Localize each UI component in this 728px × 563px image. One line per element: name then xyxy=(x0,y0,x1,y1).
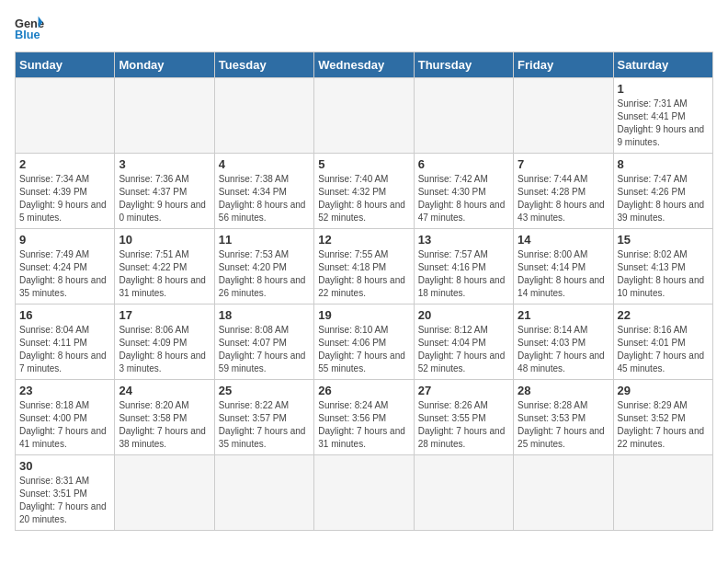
calendar-week-row: 9Sunrise: 7:49 AM Sunset: 4:24 PM Daylig… xyxy=(16,229,713,304)
header: General Blue xyxy=(15,15,713,40)
calendar-week-row: 2Sunrise: 7:34 AM Sunset: 4:39 PM Daylig… xyxy=(16,154,713,229)
day-number: 19 xyxy=(318,308,409,322)
day-number: 29 xyxy=(618,384,709,397)
calendar-day-cell: 9Sunrise: 7:49 AM Sunset: 4:24 PM Daylig… xyxy=(16,229,115,304)
day-of-week-header: Wednesday xyxy=(314,52,414,78)
day-info: Sunrise: 8:16 AM Sunset: 4:01 PM Dayligh… xyxy=(618,324,709,375)
calendar-day-cell xyxy=(514,78,613,154)
calendar-day-cell xyxy=(314,78,414,154)
day-number: 23 xyxy=(19,384,110,397)
calendar-header-row: SundayMondayTuesdayWednesdayThursdayFrid… xyxy=(16,52,713,78)
day-info: Sunrise: 7:34 AM Sunset: 4:39 PM Dayligh… xyxy=(19,173,110,224)
calendar-day-cell xyxy=(613,455,712,531)
day-number: 7 xyxy=(518,157,609,171)
day-number: 10 xyxy=(119,233,210,247)
day-info: Sunrise: 7:36 AM Sunset: 4:37 PM Dayligh… xyxy=(119,173,210,224)
day-of-week-header: Monday xyxy=(115,52,214,78)
day-number: 13 xyxy=(418,233,509,247)
day-number: 4 xyxy=(219,157,310,171)
day-number: 28 xyxy=(518,384,609,397)
calendar-day-cell: 1Sunrise: 7:31 AM Sunset: 4:41 PM Daylig… xyxy=(613,78,712,154)
calendar-day-cell: 19Sunrise: 8:10 AM Sunset: 4:06 PM Dayli… xyxy=(314,304,414,380)
calendar-week-row: 1Sunrise: 7:31 AM Sunset: 4:41 PM Daylig… xyxy=(16,78,713,154)
day-number: 9 xyxy=(19,233,110,247)
day-info: Sunrise: 7:38 AM Sunset: 4:34 PM Dayligh… xyxy=(219,173,310,224)
calendar-day-cell: 6Sunrise: 7:42 AM Sunset: 4:30 PM Daylig… xyxy=(414,154,513,229)
calendar-day-cell: 7Sunrise: 7:44 AM Sunset: 4:28 PM Daylig… xyxy=(514,154,613,229)
day-of-week-header: Sunday xyxy=(16,52,115,78)
calendar-day-cell: 3Sunrise: 7:36 AM Sunset: 4:37 PM Daylig… xyxy=(115,154,214,229)
calendar-day-cell xyxy=(514,455,613,531)
day-info: Sunrise: 7:51 AM Sunset: 4:22 PM Dayligh… xyxy=(119,248,210,300)
day-info: Sunrise: 7:55 AM Sunset: 4:18 PM Dayligh… xyxy=(318,248,409,300)
day-number: 24 xyxy=(119,384,210,397)
day-number: 26 xyxy=(318,384,409,397)
day-number: 6 xyxy=(418,157,509,171)
calendar-day-cell xyxy=(414,78,513,154)
day-info: Sunrise: 8:10 AM Sunset: 4:06 PM Dayligh… xyxy=(318,324,409,375)
calendar-week-row: 16Sunrise: 8:04 AM Sunset: 4:11 PM Dayli… xyxy=(16,304,713,380)
day-info: Sunrise: 8:02 AM Sunset: 4:13 PM Dayligh… xyxy=(618,248,709,300)
day-number: 1 xyxy=(618,82,709,96)
day-number: 3 xyxy=(119,157,210,171)
day-info: Sunrise: 8:20 AM Sunset: 3:58 PM Dayligh… xyxy=(119,399,210,451)
day-info: Sunrise: 7:47 AM Sunset: 4:26 PM Dayligh… xyxy=(618,173,709,224)
day-of-week-header: Saturday xyxy=(613,52,712,78)
calendar-table: SundayMondayTuesdayWednesdayThursdayFrid… xyxy=(15,52,713,531)
calendar-day-cell: 25Sunrise: 8:22 AM Sunset: 3:57 PM Dayli… xyxy=(214,380,313,455)
calendar-day-cell xyxy=(214,78,313,154)
calendar-day-cell: 2Sunrise: 7:34 AM Sunset: 4:39 PM Daylig… xyxy=(16,154,115,229)
day-number: 20 xyxy=(418,308,509,322)
day-info: Sunrise: 8:04 AM Sunset: 4:11 PM Dayligh… xyxy=(19,324,110,375)
day-number: 15 xyxy=(618,233,709,247)
calendar-day-cell xyxy=(314,455,414,531)
day-number: 5 xyxy=(318,157,409,171)
day-of-week-header: Tuesday xyxy=(214,52,313,78)
calendar-day-cell xyxy=(115,78,214,154)
calendar-day-cell: 15Sunrise: 8:02 AM Sunset: 4:13 PM Dayli… xyxy=(613,229,712,304)
calendar-day-cell: 10Sunrise: 7:51 AM Sunset: 4:22 PM Dayli… xyxy=(115,229,214,304)
day-number: 27 xyxy=(418,384,509,397)
day-number: 11 xyxy=(219,233,310,247)
day-number: 17 xyxy=(119,308,210,322)
day-number: 14 xyxy=(518,233,609,247)
day-info: Sunrise: 8:24 AM Sunset: 3:56 PM Dayligh… xyxy=(318,399,409,451)
calendar-day-cell: 11Sunrise: 7:53 AM Sunset: 4:20 PM Dayli… xyxy=(214,229,313,304)
day-number: 8 xyxy=(618,157,709,171)
calendar-day-cell: 26Sunrise: 8:24 AM Sunset: 3:56 PM Dayli… xyxy=(314,380,414,455)
day-number: 25 xyxy=(219,384,310,397)
day-info: Sunrise: 8:18 AM Sunset: 4:00 PM Dayligh… xyxy=(19,399,110,451)
svg-text:Blue: Blue xyxy=(15,28,40,40)
day-number: 12 xyxy=(318,233,409,247)
calendar-day-cell: 24Sunrise: 8:20 AM Sunset: 3:58 PM Dayli… xyxy=(115,380,214,455)
day-number: 22 xyxy=(618,308,709,322)
logo: General Blue xyxy=(15,15,48,40)
calendar-day-cell: 17Sunrise: 8:06 AM Sunset: 4:09 PM Dayli… xyxy=(115,304,214,380)
day-info: Sunrise: 7:40 AM Sunset: 4:32 PM Dayligh… xyxy=(318,173,409,224)
day-info: Sunrise: 8:12 AM Sunset: 4:04 PM Dayligh… xyxy=(418,324,509,375)
calendar-day-cell: 5Sunrise: 7:40 AM Sunset: 4:32 PM Daylig… xyxy=(314,154,414,229)
calendar-week-row: 30Sunrise: 8:31 AM Sunset: 3:51 PM Dayli… xyxy=(16,455,713,531)
calendar-day-cell: 14Sunrise: 8:00 AM Sunset: 4:14 PM Dayli… xyxy=(514,229,613,304)
day-number: 21 xyxy=(518,308,609,322)
day-info: Sunrise: 7:53 AM Sunset: 4:20 PM Dayligh… xyxy=(219,248,310,300)
day-info: Sunrise: 8:08 AM Sunset: 4:07 PM Dayligh… xyxy=(219,324,310,375)
calendar-day-cell: 21Sunrise: 8:14 AM Sunset: 4:03 PM Dayli… xyxy=(514,304,613,380)
day-info: Sunrise: 8:28 AM Sunset: 3:53 PM Dayligh… xyxy=(518,399,609,451)
day-of-week-header: Thursday xyxy=(414,52,513,78)
day-info: Sunrise: 8:29 AM Sunset: 3:52 PM Dayligh… xyxy=(618,399,709,451)
calendar-day-cell: 27Sunrise: 8:26 AM Sunset: 3:55 PM Dayli… xyxy=(414,380,513,455)
calendar-day-cell: 16Sunrise: 8:04 AM Sunset: 4:11 PM Dayli… xyxy=(16,304,115,380)
calendar-day-cell xyxy=(16,78,115,154)
calendar-day-cell xyxy=(115,455,214,531)
day-info: Sunrise: 7:44 AM Sunset: 4:28 PM Dayligh… xyxy=(518,173,609,224)
calendar-day-cell: 13Sunrise: 7:57 AM Sunset: 4:16 PM Dayli… xyxy=(414,229,513,304)
day-info: Sunrise: 8:22 AM Sunset: 3:57 PM Dayligh… xyxy=(219,399,310,451)
day-info: Sunrise: 7:57 AM Sunset: 4:16 PM Dayligh… xyxy=(418,248,509,300)
day-info: Sunrise: 8:06 AM Sunset: 4:09 PM Dayligh… xyxy=(119,324,210,375)
calendar-day-cell: 23Sunrise: 8:18 AM Sunset: 4:00 PM Dayli… xyxy=(16,380,115,455)
day-of-week-header: Friday xyxy=(514,52,613,78)
calendar-week-row: 23Sunrise: 8:18 AM Sunset: 4:00 PM Dayli… xyxy=(16,380,713,455)
day-number: 2 xyxy=(19,157,110,171)
calendar-day-cell: 18Sunrise: 8:08 AM Sunset: 4:07 PM Dayli… xyxy=(214,304,313,380)
